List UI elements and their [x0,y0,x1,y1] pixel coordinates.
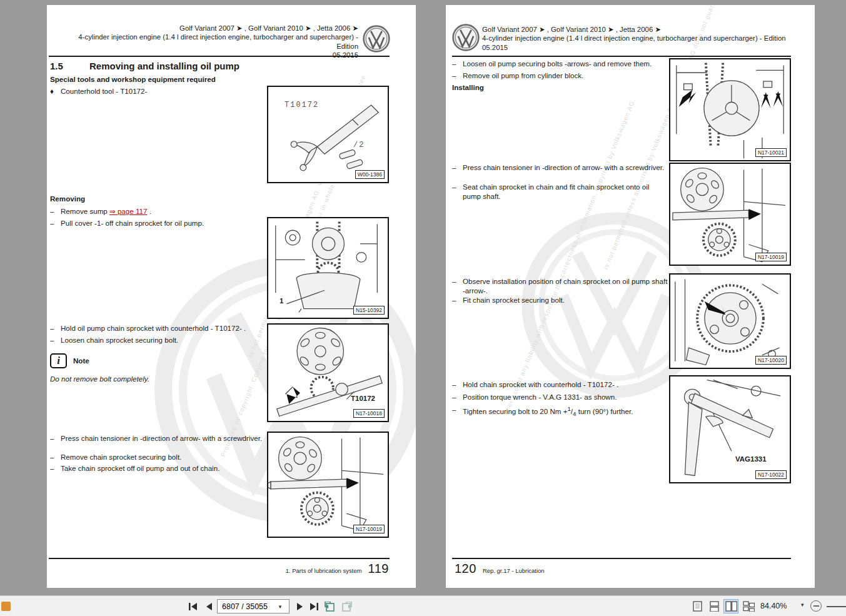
figure-code-badge: N17-10021 [755,148,787,157]
previous-page-button[interactable] [202,600,216,613]
dash-bullet: – [50,324,61,333]
page-footer: 120 Rep. gr.17 - Lubrication [455,562,545,576]
dash-bullet: – [50,336,61,345]
watermark-text: or accept any liability with respect to … [506,98,637,408]
two-page-layout-button[interactable] [723,599,738,613]
figure-code-badge: W00-1386 [355,170,385,179]
figure-tool-label: T10172 [351,395,375,402]
zoom-level-value[interactable]: 84.40% [760,602,787,610]
dash-bullet: – [452,277,463,296]
continuous-scroll-layout-button[interactable] [707,599,722,613]
figure-tool-label: VAG1331 [735,455,767,463]
page-combo-caret-icon[interactable]: ▾ [275,603,285,610]
figure-code-badge: N15-10392 [353,306,385,315]
document-page-right: or accept any liability with respect to … [446,5,815,588]
figure-press-tensioner: N17-10019 [669,163,791,266]
section-title: Removing and installing oil pump [89,61,239,71]
zoom-dropdown-caret-icon[interactable]: ▾ [801,602,804,608]
step-hold-counterhold: – Hold chain sprocket with counterhold -… [452,380,668,390]
pdf-viewer-toolbar: ▾ 84.40% ▾ [0,595,846,616]
next-page-button[interactable] [293,600,306,613]
dash-bullet: – [50,207,61,216]
page-footer: 1. Parts of lubrication system 119 [286,562,389,576]
figure-quantity-label: /2 [353,141,365,149]
zoom-out-button[interactable] [810,600,822,612]
tool-list-item: ♦ Counterhold tool - T10172- [50,87,263,96]
footer-divider [452,558,791,559]
zoom-slider[interactable] [827,606,846,607]
figure-remove-sprocket: N17-10019 [267,432,389,538]
dash-bullet: – [50,219,61,228]
figure-sprocket-position: N17-10020 [669,273,791,369]
page-number: 119 [368,562,389,576]
step-take-sprocket: – Take chain sprocket off oil pump and o… [50,464,266,473]
next-view-button[interactable] [340,600,353,613]
header-line-models: Golf Variant 2007 ➤ , Golf Variant 2010 … [482,25,788,34]
dash-bullet: – [452,183,463,201]
vw-logo-icon [363,25,390,55]
page-number-input[interactable] [218,602,275,611]
document-page-left: Protected by copyright. Copying for priv… [47,5,416,588]
step-pull-cover: – Pull cover -1- off chain sprocket for … [50,219,263,228]
step-fit-bolt: – Fit chain sprocket securing bolt. [452,296,668,305]
figure-callout-1: 1 [279,297,283,305]
footer-section-label: Rep. gr.17 - Lubrication [483,567,545,574]
step-observe-position: – Observe installation position of chain… [452,277,668,296]
step-loosen-bolts: – Loosen oil pump securing bolts -arrows… [452,59,668,69]
page-header: Golf Variant 2007 ➤ , Golf Variant 2010 … [59,24,358,59]
step-press-tensioner: – Press chain tensioner in -direction of… [452,163,668,173]
step-remove-sump: – Remove sump ⇒ page 117 . [50,207,263,216]
figure-counterhold-tool: T10172 /2 W00-1386 [267,86,389,183]
installing-heading: Installing [452,83,484,91]
dash-bullet: – [452,405,463,418]
note-heading: Note [73,356,89,365]
dash-bullet: – [452,163,463,173]
step-press-tensioner: – Press chain tensioner in -direction of… [50,434,266,443]
dash-bullet: – [452,59,463,69]
dash-bullet: – [452,71,463,81]
footer-divider [49,558,390,559]
diamond-bullet: ♦ [50,87,61,96]
page-number: 120 [455,562,476,576]
dash-bullet: – [50,434,61,443]
header-line-models: Golf Variant 2007 ➤ , Golf Variant 2010 … [59,24,358,33]
header-divider [49,56,390,57]
corner-accent-square [1,602,11,611]
dash-bullet: – [50,464,61,473]
removing-heading: Removing [50,194,85,203]
special-tools-heading: Special tools and workshop equipment req… [50,75,216,83]
figure-cover-chain-sprocket: 1 N15-10392 [267,217,389,319]
first-page-button[interactable] [186,600,200,613]
step-remove-bolt: – Remove chain sprocket securing bolt. [50,453,266,462]
page-number-combo[interactable]: ▾ [217,599,290,613]
figure-pump-bolts: N17-10021 [669,58,791,161]
page-117-link[interactable]: ⇒ page 117 [109,207,147,215]
figure-code-badge: N17-10022 [755,470,787,479]
dash-bullet: – [452,296,463,305]
step-remove-pump: – Remove oil pump from cylinder block. [452,71,668,81]
figure-code-badge: N17-10020 [755,356,787,365]
step-hold-sprocket: – Hold oil pump chain sprocket with coun… [50,324,263,333]
two-page-continuous-layout-button[interactable] [741,599,756,613]
dash-bullet: – [452,393,463,402]
note-text: Do not remove bolt completely. [50,375,263,384]
figure-code-badge: N17-10019 [353,525,385,533]
step-loosen-bolt: – Loosen chain sprocket securing bolt. [50,336,263,345]
figure-code-badge: N17-10019 [755,253,787,261]
dash-bullet: – [50,453,61,462]
footer-section-label: 1. Parts of lubrication system [286,567,362,574]
figure-code-badge: N17-10018 [353,409,385,418]
header-line-engine: 4-cylinder injection engine (1.4 l direc… [482,34,788,43]
last-page-button[interactable] [307,600,321,613]
figure-torque-wrench: VAG1331 N17-10022 [669,375,791,483]
vw-logo-icon [452,24,480,54]
previous-view-button[interactable] [323,600,336,613]
header-divider [452,56,791,57]
info-icon: i [50,353,67,368]
header-line-edition: 05.2015 [482,43,788,52]
step-position-wrench: – Position torque wrench - V.A.G 1331- a… [452,393,668,402]
minus-icon [813,605,819,607]
step-tighten-bolt: – Tighten securing bolt to 20 Nm +1/4 tu… [452,405,668,418]
single-page-layout-button[interactable] [690,599,705,613]
step-seat-sprocket: – Seat chain sprocket in chain and fit c… [452,183,668,201]
